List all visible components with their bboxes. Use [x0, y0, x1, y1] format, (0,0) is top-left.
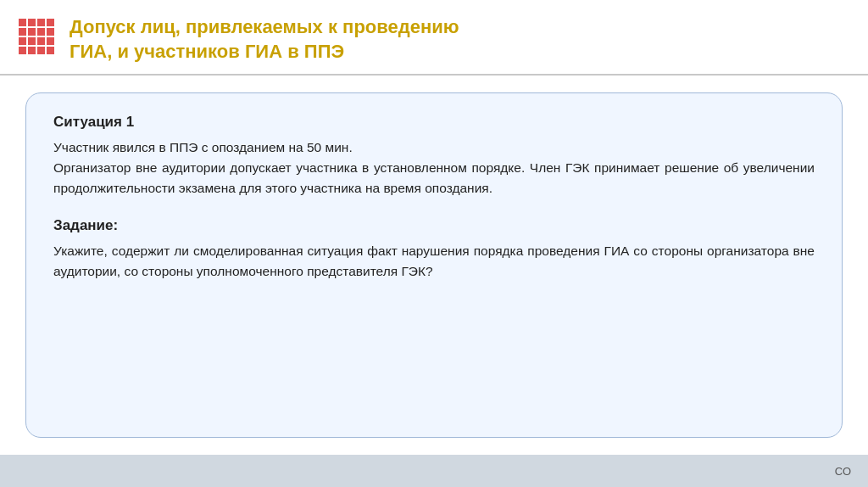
- svg-rect-9: [28, 37, 36, 45]
- svg-rect-14: [37, 47, 45, 54]
- svg-rect-15: [47, 47, 54, 54]
- situation-title: Ситуация 1: [53, 114, 815, 131]
- svg-rect-12: [19, 47, 26, 54]
- svg-rect-0: [19, 19, 26, 26]
- svg-rect-1: [28, 19, 36, 26]
- svg-rect-10: [37, 37, 45, 45]
- svg-rect-6: [37, 28, 45, 36]
- svg-rect-13: [28, 47, 36, 54]
- situation-text: Участник явился в ППЭ с опозданием на 50…: [53, 137, 815, 199]
- svg-rect-11: [47, 37, 54, 45]
- svg-rect-5: [47, 19, 54, 26]
- svg-rect-4: [37, 19, 45, 26]
- content-card: Ситуация 1 Участник явился в ППЭ с опозд…: [25, 92, 843, 438]
- svg-rect-2: [19, 28, 26, 36]
- header-icon: [17, 17, 58, 58]
- page-container: Допуск лиц, привлекаемых к проведению ГИ…: [0, 0, 868, 487]
- main-content: Ситуация 1 Участник явился в ППЭ с опозд…: [0, 76, 868, 455]
- task-title: Задание:: [53, 217, 815, 234]
- svg-rect-8: [19, 37, 26, 45]
- header: Допуск лиц, привлекаемых к проведению ГИ…: [0, 0, 868, 76]
- svg-rect-3: [28, 28, 36, 36]
- svg-rect-7: [47, 28, 54, 36]
- page-title: Допуск лиц, привлекаемых к проведению ГИ…: [70, 15, 459, 64]
- bottom-bar: СО: [0, 455, 868, 487]
- bottom-text: СО: [835, 465, 851, 478]
- task-text: Укажите, содержит ли смоделированная сит…: [53, 241, 815, 282]
